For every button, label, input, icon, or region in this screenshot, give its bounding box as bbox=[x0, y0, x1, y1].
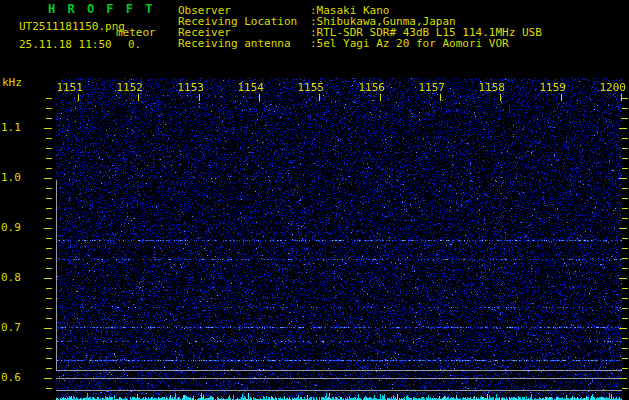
freq-tick bbox=[46, 168, 52, 169]
freq-tick bbox=[46, 348, 52, 349]
freq-tick bbox=[622, 298, 628, 299]
capture-filename: UT2511181150.png bbox=[19, 21, 125, 32]
time-tick bbox=[319, 94, 320, 101]
freq-tick bbox=[44, 278, 52, 279]
freq-tick bbox=[622, 338, 628, 339]
time-tick-label: 1158 bbox=[477, 82, 505, 93]
time-tick-label: 1152 bbox=[115, 82, 143, 93]
freq-tick bbox=[622, 258, 628, 259]
freq-tick bbox=[46, 298, 52, 299]
time-tick bbox=[199, 94, 200, 101]
freq-tick bbox=[44, 128, 52, 129]
freq-tick bbox=[46, 188, 52, 189]
freq-tick bbox=[622, 248, 628, 249]
info-value: :5el Yagi Az 20 for Aomori VOR bbox=[310, 38, 509, 49]
info-label: Receiving antenna bbox=[178, 38, 291, 49]
time-tick-label: 1153 bbox=[176, 82, 204, 93]
hrofft-screen: H R O F F T UT2511181150.png meteor 25.1… bbox=[0, 0, 629, 400]
freq-tick bbox=[46, 268, 52, 269]
freq-tick bbox=[46, 358, 52, 359]
freq-tick bbox=[619, 278, 627, 279]
meteor-mode-label: meteor bbox=[116, 27, 156, 38]
time-tick-label: 1200 bbox=[598, 82, 626, 93]
freq-tick bbox=[46, 98, 52, 99]
time-tick-label: 1154 bbox=[236, 82, 264, 93]
freq-tick bbox=[46, 288, 52, 289]
freq-tick bbox=[46, 198, 52, 199]
freq-tick bbox=[622, 158, 628, 159]
time-tick bbox=[259, 94, 260, 101]
freq-tick bbox=[46, 368, 52, 369]
datetime-label: 25.11.18 11:50 bbox=[19, 39, 112, 50]
freq-tick bbox=[44, 328, 52, 329]
freq-tick bbox=[622, 218, 628, 219]
time-tick-label: 1151 bbox=[55, 82, 83, 93]
freq-tick bbox=[46, 108, 52, 109]
freq-tick bbox=[46, 308, 52, 309]
freq-tick bbox=[622, 138, 628, 139]
freq-tick bbox=[46, 218, 52, 219]
freq-tick bbox=[619, 178, 627, 179]
time-tick bbox=[440, 94, 441, 101]
freq-tick bbox=[619, 378, 627, 379]
freq-tick bbox=[622, 208, 628, 209]
freq-tick bbox=[46, 388, 52, 389]
time-tick bbox=[500, 94, 501, 101]
freq-tick bbox=[622, 98, 628, 99]
freq-tick-label: 0.6 bbox=[1, 372, 21, 383]
freq-tick-label: 0.9 bbox=[1, 222, 21, 233]
freq-tick-label: 1.0 bbox=[1, 172, 21, 183]
time-tick bbox=[78, 94, 79, 101]
freq-tick bbox=[622, 268, 628, 269]
freq-tick bbox=[46, 208, 52, 209]
spectrogram-canvas bbox=[56, 78, 622, 400]
freq-tick bbox=[46, 248, 52, 249]
freq-tick bbox=[622, 358, 628, 359]
freq-tick bbox=[622, 348, 628, 349]
freq-tick bbox=[46, 318, 52, 319]
time-tick-label: 1157 bbox=[417, 82, 445, 93]
freq-tick bbox=[622, 318, 628, 319]
freq-tick bbox=[622, 238, 628, 239]
freq-tick bbox=[622, 108, 628, 109]
freq-tick bbox=[622, 168, 628, 169]
freq-tick bbox=[622, 288, 628, 289]
freq-tick bbox=[46, 238, 52, 239]
time-tick bbox=[621, 94, 622, 101]
time-tick-label: 1159 bbox=[538, 82, 566, 93]
freq-tick bbox=[44, 378, 52, 379]
freq-tick bbox=[622, 118, 628, 119]
freq-tick bbox=[622, 198, 628, 199]
freq-tick bbox=[619, 128, 627, 129]
freq-tick bbox=[622, 388, 628, 389]
freq-tick bbox=[622, 308, 628, 309]
meteor-count: 0. bbox=[128, 39, 141, 50]
freq-tick bbox=[622, 368, 628, 369]
freq-tick bbox=[44, 228, 52, 229]
freq-tick bbox=[46, 118, 52, 119]
freq-tick-label: 1.1 bbox=[1, 122, 21, 133]
freq-tick bbox=[619, 228, 627, 229]
freq-tick bbox=[46, 138, 52, 139]
freq-tick-label: 0.7 bbox=[1, 322, 21, 333]
freq-tick bbox=[44, 178, 52, 179]
freq-tick-label: 0.8 bbox=[1, 272, 21, 283]
freq-tick bbox=[622, 148, 628, 149]
time-tick-label: 1155 bbox=[296, 82, 324, 93]
time-tick bbox=[138, 94, 139, 101]
freq-tick bbox=[46, 258, 52, 259]
freq-tick bbox=[622, 188, 628, 189]
freq-tick bbox=[619, 328, 627, 329]
time-tick bbox=[380, 94, 381, 101]
freq-tick bbox=[46, 338, 52, 339]
freq-tick bbox=[46, 148, 52, 149]
freq-tick bbox=[46, 158, 52, 159]
app-title: H R O F F T bbox=[48, 3, 155, 15]
time-tick bbox=[561, 94, 562, 101]
time-tick-label: 1156 bbox=[357, 82, 385, 93]
freq-axis-unit-label: kHz bbox=[2, 77, 22, 88]
